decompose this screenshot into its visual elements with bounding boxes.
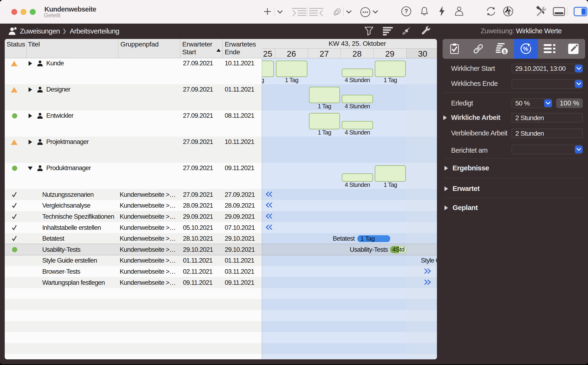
svg-text:?: ?	[404, 8, 408, 14]
svg-text:$: $	[503, 49, 506, 55]
svg-text:%: %	[523, 46, 528, 52]
